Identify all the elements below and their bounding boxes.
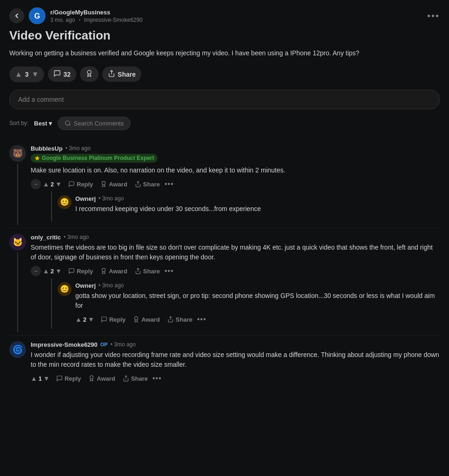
- comment-upvote[interactable]: ▲: [43, 267, 49, 275]
- comment-item: 🐱 only_critic • 3mo ago Sometimes the vi…: [9, 228, 440, 335]
- comment-downvote[interactable]: ▼: [43, 375, 50, 382]
- reply-item: 😊 Ownerj • 3mo ago I recommend keeping v…: [58, 192, 440, 221]
- avatar: 😊: [58, 282, 72, 296]
- share-button[interactable]: Share: [165, 314, 195, 325]
- search-comments-button[interactable]: Search Comments: [58, 117, 131, 130]
- share-button[interactable]: Share: [120, 373, 151, 384]
- comment-author: Impressive-Smoke6290: [31, 341, 98, 348]
- award-button[interactable]: Award: [86, 373, 118, 384]
- comment-upvote[interactable]: ▲: [31, 375, 37, 382]
- award-icon: [86, 70, 93, 79]
- star-icon: ★: [34, 155, 40, 162]
- post-author: Impressive-Smoke6290: [84, 17, 143, 23]
- share-button[interactable]: Share: [102, 66, 141, 82]
- comment-upvote[interactable]: ▲: [43, 180, 49, 188]
- reply-thread: 😊 Ownerj • 3mo ago gotta show your locat…: [51, 278, 440, 329]
- svg-point-4: [65, 121, 69, 125]
- post-body: Working on getting a business verified a…: [9, 48, 440, 58]
- reply-icon: [68, 268, 75, 274]
- reply-icon: [56, 375, 63, 382]
- reply-item: 😊 Ownerj • 3mo ago gotta show your locat…: [58, 278, 440, 329]
- comment-downvote[interactable]: ▼: [55, 267, 62, 275]
- comment-author: Ownerj: [75, 195, 96, 202]
- post-header: G r/GoogleMyBusiness 3 mo. ago · Impress…: [9, 7, 440, 24]
- share-icon: [135, 268, 141, 274]
- reply-button[interactable]: Reply: [66, 179, 96, 190]
- share-icon: [135, 181, 141, 187]
- downvote-button[interactable]: ▼: [31, 69, 40, 79]
- comment-time: • 3mo ago: [99, 195, 124, 202]
- more-button[interactable]: •••: [152, 374, 162, 383]
- comment-text: I recommend keeping video under 30 secon…: [75, 204, 261, 214]
- op-badge: OP: [100, 342, 108, 347]
- collapse-button[interactable]: −: [31, 266, 41, 276]
- sort-label: Sort by:: [9, 120, 28, 126]
- comments-button[interactable]: 32: [48, 66, 76, 82]
- svg-point-8: [102, 268, 106, 271]
- comments-section: 🐻 BubblesUp • 3mo ago ★ Google Business …: [9, 139, 440, 387]
- post-time: 3 mo. ago: [50, 17, 75, 23]
- svg-point-10: [135, 317, 138, 320]
- share-button[interactable]: Share: [132, 266, 163, 277]
- more-options-button[interactable]: •••: [427, 11, 440, 21]
- award-icon: [100, 268, 107, 274]
- avatar: 😊: [58, 195, 72, 209]
- comment-downvote[interactable]: ▼: [55, 180, 62, 188]
- back-button[interactable]: [9, 8, 24, 23]
- share-icon: [123, 375, 129, 382]
- comment-placeholder: Add a comment: [18, 96, 64, 103]
- avatar: 🐻: [9, 145, 26, 162]
- award-button[interactable]: Award: [98, 266, 130, 277]
- search-comments-label: Search Comments: [74, 120, 124, 127]
- share-button[interactable]: Share: [132, 179, 163, 190]
- share-label: Share: [118, 71, 136, 78]
- award-button[interactable]: Award: [98, 179, 130, 190]
- comment-author: Ownerj: [75, 282, 96, 289]
- sort-button[interactable]: Best ▾: [34, 120, 52, 127]
- post-title: Video Verification: [9, 28, 440, 44]
- avatar: 🐱: [9, 234, 26, 251]
- comment-vote-count: 1: [39, 375, 42, 382]
- vote-group: ▲ 3 ▼: [9, 66, 44, 82]
- comment-time: • 3mo ago: [66, 145, 91, 152]
- subreddit-name: r/GoogleMyBusiness: [50, 9, 143, 16]
- reply-button[interactable]: Reply: [53, 373, 84, 384]
- comment-downvote[interactable]: ▼: [88, 316, 94, 323]
- comment-vote-count: 2: [51, 181, 54, 188]
- reply-button[interactable]: Reply: [98, 314, 128, 325]
- award-icon: [133, 316, 139, 323]
- comment-upvote[interactable]: ▲: [75, 316, 82, 323]
- reply-button[interactable]: Reply: [66, 266, 96, 277]
- comment-vote-count: 2: [83, 316, 86, 323]
- share-icon: [167, 316, 174, 323]
- more-button[interactable]: •••: [197, 315, 206, 324]
- flair-badge: ★ Google Business Platinum Product Exper…: [31, 154, 158, 163]
- award-icon: [100, 181, 107, 187]
- more-button[interactable]: •••: [165, 180, 174, 188]
- comment-text: gotta show your location, street sign, o…: [75, 291, 440, 311]
- comment-text: I wonder if adjusting your video recordi…: [31, 350, 440, 370]
- sort-value: Best: [34, 120, 47, 127]
- svg-line-5: [69, 125, 70, 126]
- comment-time: • 3mo ago: [64, 234, 89, 240]
- award-button[interactable]: Award: [130, 314, 163, 325]
- upvote-button[interactable]: ▲: [14, 69, 23, 79]
- svg-point-12: [90, 376, 93, 379]
- comment-text: Sometimes the videos are too big in file…: [31, 243, 440, 262]
- svg-point-6: [102, 181, 106, 185]
- comment-count: 32: [63, 71, 71, 78]
- reply-icon: [101, 316, 107, 323]
- page-container: G r/GoogleMyBusiness 3 mo. ago · Impress…: [0, 0, 449, 394]
- comment-input[interactable]: Add a comment: [9, 90, 440, 109]
- award-button[interactable]: [80, 66, 99, 82]
- comment-item: 🌀 Impressive-Smoke6290 OP • 3mo ago I wo…: [9, 336, 440, 387]
- comment-time: • 3mo ago: [99, 282, 124, 289]
- sort-search-row: Sort by: Best ▾ Search Comments: [9, 117, 440, 130]
- more-button[interactable]: •••: [165, 267, 174, 275]
- subreddit-avatar: G: [29, 7, 46, 24]
- comment-author: BubblesUp: [31, 145, 63, 152]
- comment-time: • 3mo ago: [111, 341, 136, 348]
- collapse-button[interactable]: −: [31, 179, 41, 189]
- share-icon: [108, 70, 115, 79]
- search-icon: [65, 120, 71, 126]
